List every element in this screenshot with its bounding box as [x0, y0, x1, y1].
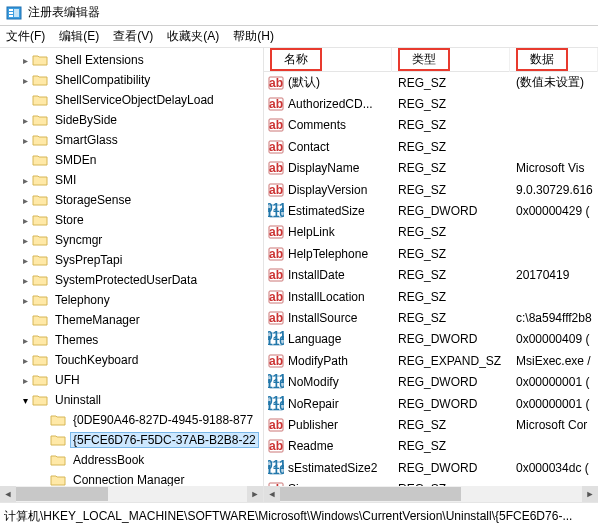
- tree-item[interactable]: ▸Themes: [0, 330, 263, 350]
- value-row[interactable]: abContactREG_SZ: [264, 136, 598, 157]
- chevron-right-icon[interactable]: ▸: [18, 295, 32, 306]
- value-data: Microsoft Vis: [510, 161, 598, 175]
- value-row[interactable]: abInstallSourceREG_SZc:\8a594fff2b8: [264, 307, 598, 328]
- value-row[interactable]: abReadmeREG_SZ: [264, 436, 598, 457]
- tree-item[interactable]: ▸Store: [0, 210, 263, 230]
- value-row[interactable]: 011110EstimatedSizeREG_DWORD0x00000429 (: [264, 200, 598, 221]
- tree-item[interactable]: SMDEn: [0, 150, 263, 170]
- svg-text:ab: ab: [269, 140, 283, 154]
- chevron-right-icon[interactable]: ▸: [18, 235, 32, 246]
- tree-item[interactable]: ▸Shell Extensions: [0, 50, 263, 70]
- value-row[interactable]: abModifyPathREG_EXPAND_SZMsiExec.exe /: [264, 350, 598, 371]
- menu-view[interactable]: 查看(V): [113, 28, 153, 45]
- value-row[interactable]: abDisplayVersionREG_SZ9.0.30729.616: [264, 179, 598, 200]
- tree-item-label: AddressBook: [70, 452, 147, 468]
- value-row[interactable]: abHelpLinkREG_SZ: [264, 222, 598, 243]
- tree-item[interactable]: ShellServiceObjectDelayLoad: [0, 90, 263, 110]
- chevron-right-icon[interactable]: ▸: [18, 135, 32, 146]
- tree-item[interactable]: ▸Telephony: [0, 290, 263, 310]
- tree-item[interactable]: {5FCE6D76-F5DC-37AB-B2B8-22: [0, 430, 263, 450]
- svg-text:110: 110: [268, 399, 284, 412]
- value-row[interactable]: 011110LanguageREG_DWORD0x00000409 (: [264, 329, 598, 350]
- scroll-left-button[interactable]: ◄: [0, 486, 16, 502]
- tree-item[interactable]: ▸SmartGlass: [0, 130, 263, 150]
- tree-item[interactable]: ▸SideBySide: [0, 110, 263, 130]
- value-data: Microsoft Cor: [510, 418, 598, 432]
- tree-item[interactable]: ▸Syncmgr: [0, 230, 263, 250]
- chevron-right-icon[interactable]: ▸: [18, 355, 32, 366]
- svg-rect-4: [14, 9, 19, 17]
- tree-item[interactable]: ▸ShellCompatibility: [0, 70, 263, 90]
- chevron-right-icon[interactable]: ▸: [18, 215, 32, 226]
- value-name: DisplayVersion: [288, 183, 367, 197]
- value-type: REG_SZ: [392, 418, 510, 432]
- column-type[interactable]: 类型: [392, 48, 510, 72]
- chevron-right-icon[interactable]: ▸: [18, 175, 32, 186]
- value-row[interactable]: 011110sEstimatedSize2REG_DWORD0x000034dc…: [264, 457, 598, 478]
- value-row[interactable]: abDisplayNameREG_SZMicrosoft Vis: [264, 158, 598, 179]
- value-row[interactable]: 011110NoRepairREG_DWORD0x00000001 (: [264, 393, 598, 414]
- value-name: NoModify: [288, 375, 339, 389]
- value-row[interactable]: ab(默认)REG_SZ(数值未设置): [264, 72, 598, 93]
- chevron-right-icon[interactable]: ▸: [18, 75, 32, 86]
- tree-item[interactable]: ▸UFH: [0, 370, 263, 390]
- scroll-left-button[interactable]: ◄: [264, 486, 280, 502]
- svg-text:ab: ab: [269, 311, 283, 325]
- scroll-thumb[interactable]: [280, 487, 461, 501]
- string-value-icon: ab: [268, 224, 284, 240]
- scroll-thumb[interactable]: [16, 487, 108, 501]
- value-row[interactable]: abInstallLocationREG_SZ: [264, 286, 598, 307]
- menu-edit[interactable]: 编辑(E): [59, 28, 99, 45]
- tree-item-label: {0DE90A46-827D-4945-9188-877: [70, 412, 256, 428]
- value-row[interactable]: abPublisherREG_SZMicrosoft Cor: [264, 414, 598, 435]
- folder-icon: [50, 413, 66, 427]
- svg-text:ab: ab: [269, 225, 283, 239]
- chevron-right-icon[interactable]: ▸: [18, 335, 32, 346]
- tree-item[interactable]: ▾Uninstall: [0, 390, 263, 410]
- tree-item[interactable]: ▸StorageSense: [0, 190, 263, 210]
- window-title: 注册表编辑器: [28, 4, 100, 21]
- value-row[interactable]: 011110NoModifyREG_DWORD0x00000001 (: [264, 371, 598, 392]
- menu-file[interactable]: 文件(F): [6, 28, 45, 45]
- tree-item[interactable]: ▸TouchKeyboard: [0, 350, 263, 370]
- tree-item[interactable]: AddressBook: [0, 450, 263, 470]
- value-row[interactable]: abInstallDateREG_SZ20170419: [264, 265, 598, 286]
- svg-text:ab: ab: [269, 290, 283, 304]
- tree-item-label: TouchKeyboard: [52, 352, 141, 368]
- chevron-right-icon[interactable]: ▸: [18, 275, 32, 286]
- menu-favorites[interactable]: 收藏夹(A): [167, 28, 219, 45]
- scroll-right-button[interactable]: ►: [582, 486, 598, 502]
- folder-icon: [32, 133, 48, 147]
- value-row[interactable]: abHelpTelephoneREG_SZ: [264, 243, 598, 264]
- tree-pane[interactable]: ▸Shell Extensions▸ShellCompatibilityShel…: [0, 48, 264, 502]
- column-name[interactable]: 名称: [264, 48, 392, 72]
- value-row[interactable]: abCommentsREG_SZ: [264, 115, 598, 136]
- chevron-down-icon[interactable]: ▾: [18, 395, 32, 406]
- value-row[interactable]: abAuthorizedCD...REG_SZ: [264, 93, 598, 114]
- values-pane[interactable]: 名称 类型 数据 ab(默认)REG_SZ(数值未设置)abAuthorized…: [264, 48, 598, 502]
- value-type: REG_SZ: [392, 161, 510, 175]
- chevron-right-icon[interactable]: ▸: [18, 115, 32, 126]
- scroll-right-button[interactable]: ►: [247, 486, 263, 502]
- tree-item[interactable]: {0DE90A46-827D-4945-9188-877: [0, 410, 263, 430]
- tree-item[interactable]: ▸SMI: [0, 170, 263, 190]
- svg-text:ab: ab: [269, 439, 283, 453]
- value-type: REG_SZ: [392, 268, 510, 282]
- value-data: 0x000034dc (: [510, 461, 598, 475]
- tree-horizontal-scrollbar[interactable]: ◄ ►: [0, 486, 263, 502]
- svg-text:110: 110: [268, 463, 284, 476]
- tree-item-label: ThemeManager: [52, 312, 143, 328]
- value-name: (默认): [288, 74, 320, 91]
- chevron-right-icon[interactable]: ▸: [18, 255, 32, 266]
- tree-item[interactable]: ▸SystemProtectedUserData: [0, 270, 263, 290]
- folder-icon: [32, 253, 48, 267]
- chevron-right-icon[interactable]: ▸: [18, 195, 32, 206]
- tree-item[interactable]: ThemeManager: [0, 310, 263, 330]
- column-data[interactable]: 数据: [510, 48, 598, 72]
- tree-item[interactable]: ▸SysPrepTapi: [0, 250, 263, 270]
- chevron-right-icon[interactable]: ▸: [18, 55, 32, 66]
- list-horizontal-scrollbar[interactable]: ◄ ►: [264, 486, 598, 502]
- menu-help[interactable]: 帮助(H): [233, 28, 274, 45]
- value-data: MsiExec.exe /: [510, 354, 598, 368]
- chevron-right-icon[interactable]: ▸: [18, 375, 32, 386]
